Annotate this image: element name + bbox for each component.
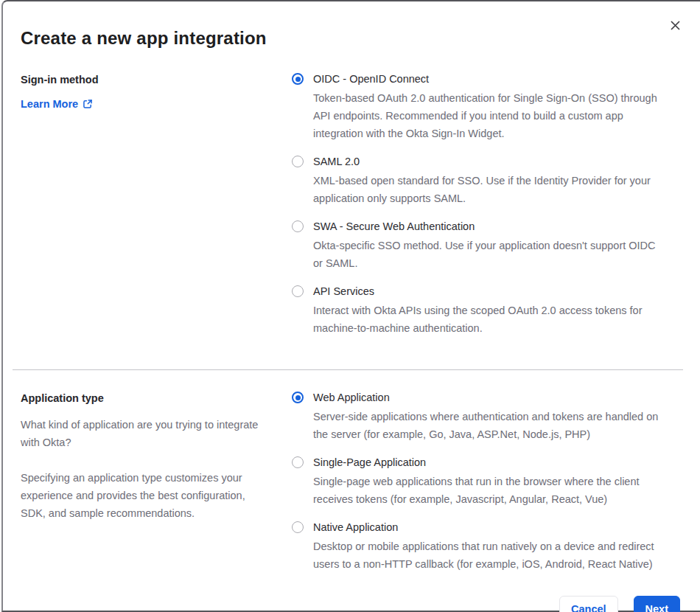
- radio-label-single-page-application[interactable]: Single-Page Application: [313, 456, 426, 470]
- radio-api-services[interactable]: [292, 285, 304, 297]
- radio-description-single-page-application: Single-page web applications that run in…: [313, 473, 662, 508]
- radio-description-swa: Okta-specific SSO method. Use if your ap…: [313, 237, 662, 272]
- radio-description-native-application: Desktop or mobile applications that run …: [313, 538, 662, 573]
- application-type-section: Application type What kind of applicatio…: [21, 391, 680, 573]
- external-link-icon: [83, 99, 93, 109]
- radio-option-web-application: Web Application Server-side applications…: [292, 391, 662, 443]
- radio-description-api-services: Interact with Okta APIs using the scoped…: [313, 302, 662, 337]
- next-button[interactable]: Next: [634, 596, 680, 612]
- section-divider: [13, 369, 683, 370]
- radio-label-web-application[interactable]: Web Application: [313, 391, 390, 405]
- radio-option-swa: SWA - Secure Web Authentication Okta-spe…: [292, 220, 662, 272]
- radio-saml[interactable]: [292, 156, 304, 167]
- radio-label-oidc[interactable]: OIDC - OpenID Connect: [313, 72, 429, 86]
- radio-option-single-page-application: Single-Page Application Single-page web …: [292, 456, 662, 508]
- radio-option-native-application: Native Application Desktop or mobile app…: [292, 521, 662, 573]
- sign-in-method-label: Sign-in method: [21, 72, 273, 87]
- radio-description-web-application: Server-side applications where authentic…: [313, 408, 662, 443]
- application-type-label: Application type: [21, 391, 273, 406]
- radio-web-application[interactable]: [292, 392, 304, 403]
- radio-label-api-services[interactable]: API Services: [313, 285, 374, 299]
- radio-label-native-application[interactable]: Native Application: [313, 521, 398, 535]
- learn-more-link[interactable]: Learn More: [21, 98, 93, 110]
- learn-more-label: Learn More: [21, 98, 78, 110]
- radio-single-page-application[interactable]: [292, 456, 304, 468]
- radio-swa[interactable]: [292, 220, 304, 232]
- dialog-footer: Cancel Next: [21, 596, 680, 612]
- radio-option-oidc: OIDC - OpenID Connect Token-based OAuth …: [292, 72, 662, 142]
- application-type-intro: What kind of application are you trying …: [21, 416, 273, 451]
- radio-label-saml[interactable]: SAML 2.0: [313, 155, 360, 169]
- radio-option-saml: SAML 2.0 XML-based open standard for SSO…: [292, 155, 662, 207]
- radio-description-saml: XML-based open standard for SSO. Use if …: [313, 172, 662, 207]
- create-app-integration-dialog: Create a new app integration Sign-in met…: [1, 0, 700, 612]
- radio-option-api-services: API Services Interact with Okta APIs usi…: [292, 285, 662, 337]
- radio-description-oidc: Token-based OAuth 2.0 authentication for…: [313, 89, 662, 142]
- sign-in-method-section: Sign-in method Learn More: [21, 72, 680, 337]
- close-button[interactable]: [666, 16, 684, 34]
- application-type-note: Specifying an application type customize…: [21, 469, 273, 522]
- close-icon: [670, 20, 681, 31]
- dialog-title: Create a new app integration: [21, 28, 680, 49]
- radio-oidc[interactable]: [292, 73, 304, 85]
- radio-native-application[interactable]: [292, 521, 304, 533]
- radio-label-swa[interactable]: SWA - Secure Web Authentication: [313, 220, 475, 234]
- cancel-button[interactable]: Cancel: [559, 596, 618, 612]
